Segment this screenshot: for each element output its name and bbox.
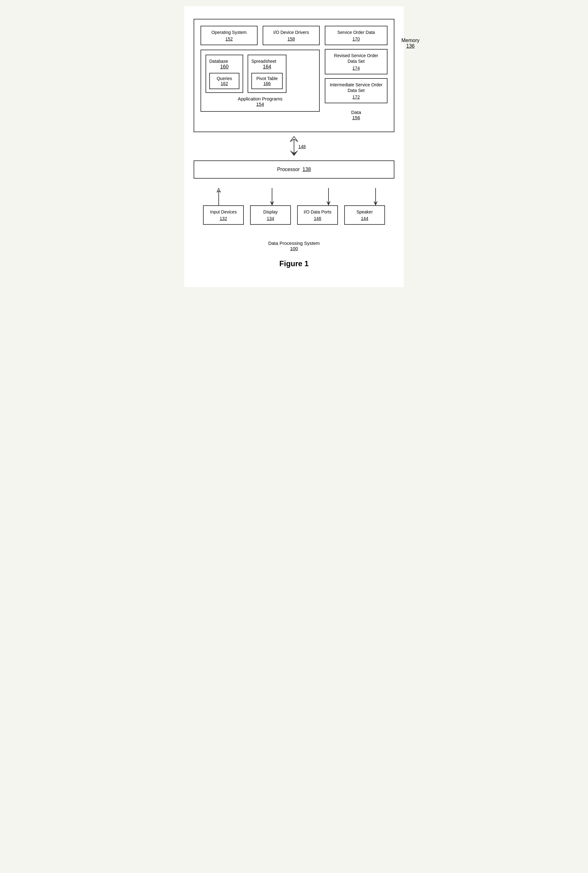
intermediate-service-order-ref: 172 [329,95,383,99]
display-ref: 134 [255,216,286,221]
revised-service-order-box: Revised Service Order Data Set 174 [325,49,387,74]
memory-ref: 136 [406,43,415,49]
processor-box: Processor 138 [194,161,394,179]
service-order-data-ref: 170 [329,36,383,41]
speaker-title: Speaker [357,209,373,214]
system-caption: Data Processing System 100 [268,240,320,251]
input-devices-box: Input Devices 132 [203,205,244,225]
intermediate-service-order-title: Intermediate Service Order Data Set [330,82,382,93]
data-section-label: Data 156 [325,110,387,120]
io-drivers-ref: 158 [267,36,315,41]
data-section-title: Data [351,110,361,115]
figure-label: Figure 1 [279,259,308,268]
display-title: Display [263,209,278,214]
device-connectors [194,188,394,205]
io-data-ports-ref: 146 [302,216,333,221]
devices-row: Input Devices 132 Display 134 I/O Data P… [194,205,394,225]
app-programs-label: Application Programs 154 [206,96,315,107]
bus-ref: 148 [298,144,306,149]
spreadsheet-title: Spreadsheet [251,59,276,64]
pivot-table-title: Pivot Table [256,76,278,81]
data-column: Service Order Data 170 Revised Service O… [325,26,387,120]
input-devices-title: Input Devices [210,209,237,214]
app-programs-box: Database 160 Queries 162 Spreadsheet [201,50,320,112]
spreadsheet-box: Spreadsheet 164 Pivot Table 166 [248,55,286,93]
revised-service-order-ref: 174 [329,66,383,71]
os-ref: 152 [205,36,253,41]
io-drivers-title: I/O Device Drivers [273,30,309,35]
os-box: Operating System 152 [201,26,258,45]
database-box: Database 160 Queries 162 [206,55,243,93]
processor-ref: 138 [303,167,311,172]
processor-title: Processor [277,167,300,172]
connectors-svg [194,188,394,205]
pivot-table-box: Pivot Table 166 [251,73,283,89]
spreadsheet-ref: 164 [251,64,283,70]
bus-connector: 148 [282,135,306,157]
memory-box: Operating System 152 I/O Device Drivers … [194,19,394,132]
app-programs-title: Application Programs [238,96,283,101]
page: Operating System 152 I/O Device Drivers … [184,6,404,287]
queries-box: Queries 162 [209,73,239,89]
io-data-ports-box: I/O Data Ports 146 [297,205,338,225]
queries-ref: 162 [214,81,234,86]
system-caption-title: Data Processing System [268,240,320,246]
database-title: Database [209,59,228,64]
pivot-table-ref: 166 [256,81,278,86]
revised-service-order-title: Revised Service Order Data Set [334,53,378,64]
app-programs-ref: 154 [256,101,264,107]
service-order-data-title: Service Order Data [337,30,375,35]
figure-label-text: Figure 1 [279,259,308,268]
display-box: Display 134 [250,205,291,225]
intermediate-service-order-box: Intermediate Service Order Data Set 172 [325,78,387,103]
queries-title: Queries [216,76,232,81]
memory-title: Memory [401,38,420,43]
database-ref: 160 [209,64,239,70]
io-data-ports-title: I/O Data Ports [304,209,332,214]
io-drivers-box: I/O Device Drivers 158 [262,26,320,45]
speaker-box: Speaker 144 [344,205,385,225]
data-section-ref: 156 [352,115,360,120]
bus-ref-label: 148 [298,144,306,149]
input-devices-ref: 132 [207,216,239,221]
system-caption-ref: 100 [290,246,298,251]
os-title: Operating System [212,30,247,35]
service-order-data-box: Service Order Data 170 [325,26,387,45]
memory-label: Memory 136 [401,38,420,49]
speaker-ref: 144 [349,216,381,221]
